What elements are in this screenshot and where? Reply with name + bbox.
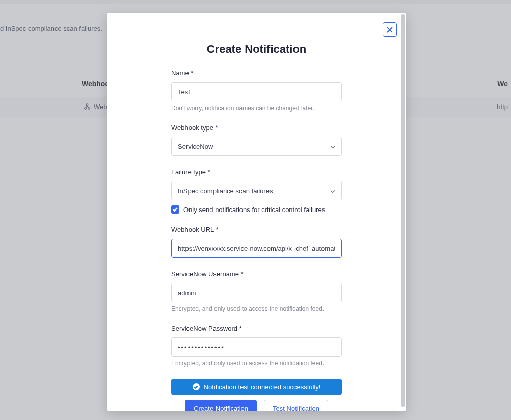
- close-button[interactable]: [383, 22, 397, 37]
- failure-type-select[interactable]: InSpec compliance scan failures: [171, 181, 342, 200]
- name-help: Don't worry, notification names can be c…: [171, 104, 342, 112]
- chevron-down-icon: [330, 143, 335, 150]
- password-label: ServiceNow Password *: [171, 325, 342, 332]
- username-label: ServiceNow Username *: [171, 270, 342, 278]
- create-notification-modal: Create Notification Name * Don't worry, …: [107, 13, 406, 411]
- critical-only-label: Only send notifications for critical con…: [183, 206, 325, 214]
- name-label: Name *: [171, 69, 342, 77]
- failure-type-label: Failure type *: [171, 168, 342, 176]
- success-message: Notification test connected successfully…: [204, 383, 321, 391]
- create-notification-button[interactable]: Create Notification: [185, 400, 257, 411]
- test-notification-button[interactable]: Test Notification: [264, 400, 328, 411]
- chevron-down-icon: [330, 187, 335, 195]
- failure-type-value: InSpec compliance scan failures: [178, 187, 273, 195]
- username-help: Encrypted, and only used to access the n…: [171, 305, 342, 312]
- success-banner: Notification test connected successfully…: [171, 379, 342, 395]
- webhook-url-label: Webhook URL *: [171, 226, 342, 233]
- username-input[interactable]: [171, 283, 342, 302]
- password-help: Encrypted, and only used to access the n…: [171, 360, 342, 367]
- webhook-type-select[interactable]: ServiceNow: [171, 137, 342, 156]
- password-input[interactable]: [171, 337, 342, 357]
- critical-only-checkbox[interactable]: [171, 205, 179, 214]
- check-circle-icon: [193, 383, 200, 390]
- webhook-type-value: ServiceNow: [178, 143, 213, 150]
- modal-scrollbar[interactable]: [401, 14, 405, 410]
- webhook-url-input[interactable]: [171, 239, 342, 258]
- modal-title: Create Notification: [118, 43, 395, 56]
- name-input[interactable]: [171, 82, 342, 101]
- webhook-type-label: Webhook type *: [171, 124, 342, 132]
